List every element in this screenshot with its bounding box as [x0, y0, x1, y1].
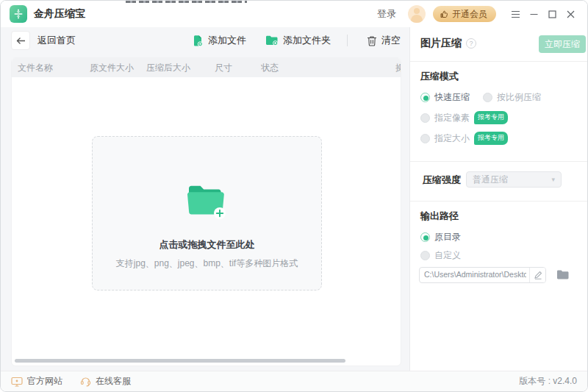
col-status: 状态: [261, 58, 279, 77]
maximize-button[interactable]: [543, 4, 562, 24]
output-path-input[interactable]: [420, 268, 529, 282]
compress-now-button[interactable]: 立即压缩: [539, 35, 586, 53]
mode-pixels-label: 指定像素: [434, 112, 470, 124]
strength-label: 压缩强度: [423, 174, 461, 187]
add-folder-icon: [265, 35, 279, 46]
exam-badge: 报考专用: [474, 111, 508, 124]
folder-icon: [556, 269, 570, 280]
open-membership-button[interactable]: 开通会员: [433, 6, 496, 22]
add-file-icon: [192, 35, 204, 47]
panel-title: 图片压缩: [420, 37, 462, 50]
version-label: 版本号 : v2.4.0: [519, 375, 577, 388]
official-website-label: 官方网站: [27, 375, 62, 388]
mode-option-pixels[interactable]: 指定像素 报考专用: [420, 111, 508, 124]
exam-badge: 报考专用: [474, 132, 508, 145]
sidebar-divider: [410, 61, 588, 62]
toolbar: 返回首页 添加文件: [1, 27, 409, 54]
table-header: 文件名称 原文件大小 压缩后大小 尺寸 状态 操作: [12, 58, 401, 77]
monitor-icon: [11, 377, 23, 387]
col-dimensions: 尺寸: [215, 58, 232, 77]
online-support-link[interactable]: 在线客服: [80, 375, 131, 388]
dropzone-folder-icon: [184, 184, 230, 222]
browse-folder-button[interactable]: [556, 269, 570, 283]
online-support-label: 在线客服: [96, 375, 131, 388]
radio-icon[interactable]: [420, 134, 430, 143]
headset-icon: [80, 376, 91, 387]
col-file-name: 文件名称: [18, 58, 53, 77]
minimize-button[interactable]: [525, 4, 543, 24]
mode-option-ratio[interactable]: 按比例压缩: [483, 90, 541, 104]
output-option-custom[interactable]: 自定义: [420, 249, 461, 262]
sidebar-divider: [410, 201, 588, 202]
file-table: 文件名称 原文件大小 压缩后大小 尺寸 状态 操作: [11, 57, 401, 366]
member-button-label: 开通会员: [452, 8, 487, 21]
close-icon: [567, 10, 575, 18]
col-actions: 操作: [395, 58, 401, 77]
pencil-icon: [534, 271, 542, 279]
mode-size-label: 指定大小: [434, 132, 470, 145]
minimize-icon: [530, 10, 538, 18]
back-home-label[interactable]: 返回首页: [37, 34, 76, 47]
add-file-label: 添加文件: [208, 34, 246, 47]
radio-selected-icon[interactable]: [420, 93, 430, 102]
mode-option-size[interactable]: 指定大小 报考专用: [420, 132, 508, 145]
help-icon[interactable]: ?: [466, 38, 476, 49]
login-link[interactable]: 登录: [377, 7, 396, 21]
clear-button[interactable]: 清空: [367, 34, 401, 47]
strength-value: 普通压缩: [473, 174, 508, 186]
edit-path-button[interactable]: [529, 267, 545, 283]
output-path-field: [419, 267, 546, 283]
file-dropzone[interactable]: 点击或拖拽文件至此处 支持jpg、png、jpeg、bmp、tif等多种图片格式: [92, 136, 322, 291]
crown-icon: [440, 10, 449, 18]
official-website-link[interactable]: 官方网站: [11, 375, 62, 388]
trash-icon: [367, 35, 377, 46]
col-original-size: 原文件大小: [90, 58, 134, 77]
output-option-original[interactable]: 原目录: [420, 230, 461, 243]
col-compressed-size: 压缩后大小: [146, 58, 190, 77]
settings-sidebar: 图片压缩 ? 立即压缩 压缩模式 快速压缩 按比例压缩 指定像素 报考专用 指定: [409, 27, 588, 371]
add-folder-button[interactable]: 添加文件夹: [265, 34, 331, 47]
title-bar: 金舟压缩宝 登录 开通会员: [1, 1, 587, 27]
hamburger-icon: [511, 10, 520, 18]
app-title: 金舟压缩宝: [34, 7, 85, 21]
back-arrow-icon: [16, 37, 26, 45]
app-window: 金舟压缩宝 登录 开通会员: [0, 0, 588, 392]
maximize-icon: [548, 10, 556, 18]
status-bar: 官方网站 在线客服 版本号 : v2.4.0: [1, 371, 587, 391]
mode-option-fast[interactable]: 快速压缩: [420, 90, 470, 104]
app-logo-icon: [10, 5, 27, 23]
dropzone-title: 点击或拖拽文件至此处: [159, 238, 255, 252]
strength-dropdown[interactable]: 普通压缩 ▾: [466, 171, 562, 188]
radio-icon[interactable]: [420, 251, 430, 260]
radio-icon[interactable]: [420, 113, 430, 123]
mode-ratio-label: 按比例压缩: [497, 91, 541, 104]
output-path-label: 输出路径: [420, 210, 459, 223]
radio-selected-icon[interactable]: [420, 232, 430, 242]
output-custom-label: 自定义: [434, 249, 461, 262]
close-button[interactable]: [562, 4, 580, 24]
clear-label: 清空: [381, 34, 401, 47]
menu-button[interactable]: [506, 4, 525, 24]
horizontal-scrollbar[interactable]: [15, 359, 345, 363]
dropzone-subtitle: 支持jpg、png、jpeg、bmp、tif等多种图片格式: [116, 257, 298, 270]
panel-title-row: 图片压缩 ?: [420, 37, 476, 50]
back-button[interactable]: [11, 31, 30, 50]
mode-fast-label: 快速压缩: [434, 91, 470, 104]
main-area: 返回首页 添加文件: [1, 27, 409, 371]
add-file-button[interactable]: 添加文件: [192, 34, 246, 47]
chevron-down-icon: ▾: [551, 176, 555, 183]
screenshot-artifact: [126, 1, 247, 3]
avatar[interactable]: [408, 5, 426, 23]
sidebar-divider: [410, 161, 588, 162]
output-original-label: 原目录: [434, 231, 461, 243]
toolbar-divider: [347, 35, 348, 46]
add-folder-label: 添加文件夹: [283, 34, 331, 47]
radio-icon[interactable]: [483, 93, 492, 102]
compression-mode-label: 压缩模式: [420, 70, 459, 83]
